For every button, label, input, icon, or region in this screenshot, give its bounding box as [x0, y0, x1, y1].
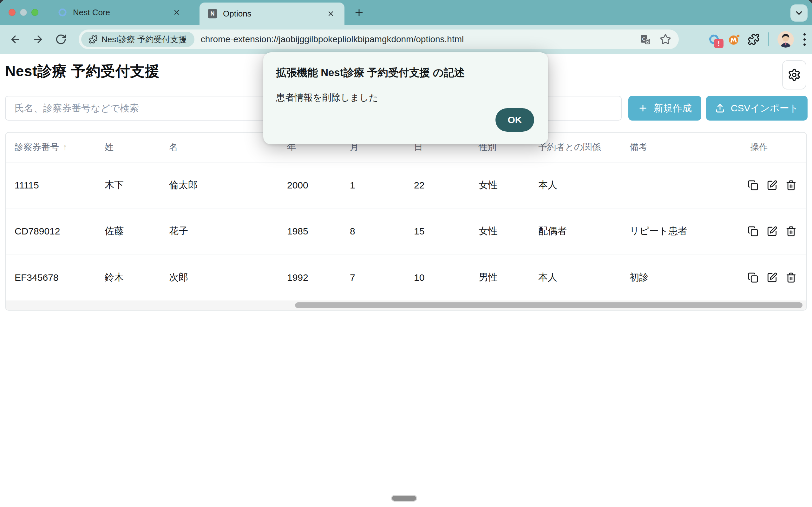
extension-alert-dialog: 拡張機能 Nest診療 予約受付支援 の記述 患者情報を削除しました OK	[263, 52, 548, 145]
copy-button[interactable]	[747, 225, 759, 238]
edit-pencil-icon	[767, 180, 777, 191]
profile-avatar[interactable]	[777, 31, 794, 48]
forward-button[interactable]	[31, 33, 45, 46]
cell-year: 1992	[287, 272, 350, 283]
new-tab-button[interactable]	[353, 6, 365, 19]
trash-icon	[786, 180, 797, 191]
cell-notes: リピート患者	[630, 225, 750, 238]
extension-icon	[89, 35, 98, 44]
cell-month: 1	[350, 180, 414, 191]
edit-pencil-icon	[767, 272, 777, 283]
extension-name-chip[interactable]: Nest診療 予約受付支援	[81, 32, 194, 47]
cell-first-name: 倫太郎	[169, 179, 287, 191]
traffic-lights	[9, 9, 39, 16]
table-row[interactable]: 11115 木下 倫太郎 2000 1 22 女性 本人	[6, 162, 806, 209]
patients-table: 診察券番号 ↑ 姓 名 年 月 日 性別 予約者との関係 備考 操作 11115…	[5, 132, 807, 311]
nest-extension-icon[interactable]: !	[708, 34, 720, 45]
tab-title: Nest Core	[73, 8, 110, 17]
cell-year: 1985	[287, 226, 350, 237]
money-forward-extension-icon[interactable]	[728, 34, 739, 45]
bottom-drag-handle[interactable]	[392, 496, 416, 501]
cell-last-name: 木下	[105, 179, 169, 191]
translate-icon[interactable]: G	[639, 34, 651, 45]
tab-title: Options	[223, 9, 252, 19]
copy-icon	[748, 180, 758, 191]
browser-toolbar: Nest診療 予約受付支援 chrome-extension://jaobijg…	[0, 25, 812, 54]
column-header-card-number[interactable]: 診察券番号 ↑	[15, 141, 105, 153]
trash-icon	[786, 272, 797, 283]
create-new-button[interactable]: 新規作成	[628, 96, 701, 121]
table-row[interactable]: CD789012 佐藤 花子 1985 8 15 女性 配偶者 リピート患者	[6, 209, 806, 255]
reload-button[interactable]	[54, 33, 68, 46]
cell-day: 10	[414, 272, 479, 283]
settings-button[interactable]	[782, 60, 806, 90]
cell-relation: 本人	[538, 271, 630, 284]
cell-year: 2000	[287, 180, 350, 191]
extensions-puzzle-icon[interactable]	[748, 33, 760, 45]
column-header-actions: 操作	[750, 141, 797, 153]
tab-search-chevron-button[interactable]	[791, 4, 808, 21]
column-header-relation[interactable]: 予約者との関係	[538, 141, 630, 153]
cell-month: 8	[350, 226, 414, 237]
cell-card-number: CD789012	[15, 226, 105, 237]
extension-chip-label: Nest診療 予約受付支援	[102, 34, 187, 45]
toolbar-extensions-area: !	[708, 25, 807, 54]
dialog-ok-button[interactable]: OK	[495, 108, 534, 132]
row-actions	[747, 179, 797, 191]
edit-button[interactable]	[766, 271, 778, 284]
trash-icon	[786, 226, 797, 237]
table-row[interactable]: EF345678 鈴木 次郎 1992 7 10 男性 本人 初診	[6, 255, 806, 300]
close-tab-icon[interactable]	[325, 8, 336, 19]
plus-icon	[638, 103, 648, 113]
edit-button[interactable]	[766, 179, 778, 191]
copy-icon	[748, 226, 758, 237]
cell-notes: 初診	[630, 271, 750, 284]
address-bar[interactable]: Nest診療 予約受付支援 chrome-extension://jaobijg…	[79, 30, 679, 49]
gear-icon	[788, 68, 801, 81]
chrome-menu-icon[interactable]	[802, 32, 807, 47]
back-button[interactable]	[8, 33, 22, 46]
csv-import-button[interactable]: CSVインポート	[706, 96, 808, 121]
tab-options[interactable]: N Options	[199, 3, 345, 25]
tab-nest-core[interactable]: Nest Core	[48, 0, 190, 25]
browser-window: Nest Core N Options	[0, 0, 812, 507]
cell-relation: 配偶者	[538, 225, 630, 238]
cell-gender: 女性	[479, 179, 538, 191]
scrollbar-thumb[interactable]	[295, 302, 803, 308]
copy-button[interactable]	[747, 271, 759, 284]
upload-icon	[715, 103, 725, 113]
table-body: 11115 木下 倫太郎 2000 1 22 女性 本人	[6, 162, 806, 300]
bookmark-star-icon[interactable]	[660, 34, 671, 45]
dialog-message: 患者情報を削除しました	[276, 92, 536, 104]
column-header-notes[interactable]: 備考	[630, 141, 750, 153]
copy-button[interactable]	[747, 179, 759, 191]
url-text: chrome-extension://jaobijggilbpokepliolk…	[201, 34, 464, 44]
cell-day: 15	[414, 226, 479, 237]
edit-button[interactable]	[766, 225, 778, 238]
row-actions	[747, 271, 797, 284]
delete-button[interactable]	[785, 271, 797, 284]
page-title: Nest診療 予約受付支援	[5, 62, 160, 81]
row-actions	[747, 225, 797, 238]
column-header-last-name[interactable]: 姓	[105, 141, 169, 153]
options-page: Nest診療 予約受付支援 新規作成 CSVインポート 診察券番号 ↑	[0, 54, 812, 507]
delete-button[interactable]	[785, 179, 797, 191]
cell-last-name: 鈴木	[105, 271, 169, 284]
horizontal-scrollbar[interactable]	[6, 300, 806, 310]
cell-relation: 本人	[538, 179, 630, 191]
cell-gender: 男性	[479, 271, 538, 284]
zoom-window-button[interactable]	[32, 9, 39, 16]
sort-ascending-icon: ↑	[63, 142, 67, 152]
omnibox-actions: G	[639, 34, 671, 45]
minimize-window-button[interactable]	[20, 9, 27, 16]
copy-icon	[748, 272, 758, 283]
cell-card-number: EF345678	[15, 272, 105, 283]
swirl-favicon-icon	[58, 8, 67, 17]
delete-button[interactable]	[785, 225, 797, 238]
close-window-button[interactable]	[9, 9, 15, 16]
n-favicon-icon: N	[208, 9, 217, 18]
tab-strip: Nest Core N Options	[0, 0, 812, 25]
toolbar-divider	[768, 33, 769, 46]
close-tab-icon[interactable]	[171, 7, 182, 18]
cell-day: 22	[414, 180, 479, 191]
